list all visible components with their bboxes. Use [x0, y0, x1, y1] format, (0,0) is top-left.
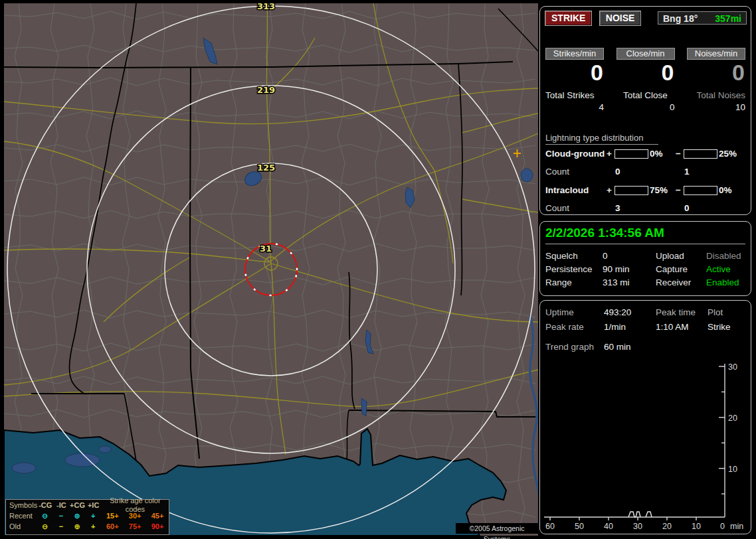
legend-header-row: Symbols -CG -IC +CG +IC Strike age color… [6, 500, 169, 510]
ic-minus-count: 0 [684, 203, 690, 213]
age-90: 90+ [146, 522, 169, 531]
plus-sign: + [607, 149, 612, 159]
ring-label-31: 31 [260, 244, 272, 254]
pos-ic-recent-icon: + [85, 512, 101, 520]
cg-plus-pct: 0% [650, 149, 663, 159]
distribution-title: Lightning type distribution [545, 133, 658, 145]
receiver-label: Receiver [656, 277, 691, 287]
trend-axes [544, 364, 725, 520]
pos-ic-old-icon: + [85, 522, 101, 531]
legend-symbols-title: Symbols [9, 501, 37, 510]
x-tick-20: 20 [662, 522, 672, 531]
legend-col-pos-cg: +CG [69, 501, 85, 510]
plot-value: Strike [708, 322, 731, 332]
ic-plus-bar [614, 186, 648, 195]
legend-col-neg-ic: -IC [53, 501, 69, 510]
pos-cg-recent-icon: ⊕ [69, 512, 85, 520]
capture-status: Active [706, 264, 731, 274]
persistence-label: Persistence [545, 264, 593, 274]
minus-sign: − [676, 149, 681, 159]
count-label: Count [545, 203, 569, 213]
intracloud-count-row: Count 3 0 [545, 203, 747, 213]
squelch-value: 0 [603, 251, 608, 261]
minus-sign: − [676, 185, 681, 195]
close-counter-column: Close/min 0 Total Close 0 [616, 48, 675, 112]
map-canvas: 313 219 125 31 [4, 3, 538, 536]
strike-mode-button[interactable]: STRIKE [545, 11, 592, 26]
intracloud-label: Intracloud [545, 185, 589, 195]
receiver-status: Enabled [706, 277, 739, 287]
trend-graph-row: Trend graph 60 min [545, 342, 748, 352]
ring-label-313: 313 [257, 3, 275, 11]
copyright-notice: ©2005 Astrogenic Systems [456, 523, 538, 534]
cg-minus-pct: 25% [719, 149, 737, 159]
age-30: 30+ [124, 512, 146, 520]
uptime-row: Uptime 493:20 Peak time Plot [545, 307, 748, 318]
range-value: 313 mi [603, 277, 630, 287]
trend-window-value: 60 min [604, 342, 631, 352]
legend-col-pos-ic: +IC [86, 501, 102, 510]
ring-label-125: 125 [257, 163, 275, 173]
cg-minus-bar [684, 149, 717, 159]
range-label: Range [545, 277, 572, 287]
legend-col-neg-cg: -CG [37, 501, 53, 510]
trend-graph-label: Trend graph [545, 342, 594, 352]
legend-recent-row: Recent ⊖ − ⊕ + 15+ 30+ 45+ [6, 510, 169, 521]
ic-plus-pct: 75% [650, 185, 668, 195]
peak-rate-row: Peak rate 1/min 1:10 AM Strike [545, 322, 748, 333]
close-per-min-value: 0 [616, 61, 675, 85]
close-per-min-badge: Close/min [616, 48, 675, 60]
lightning-map: 313 219 125 31 Symbols -CG -IC +CG +IC S… [4, 3, 538, 536]
cg-minus-count: 1 [684, 167, 690, 177]
upload-status: Disabled [706, 251, 741, 261]
status-row-2: Persistence 90 min Capture Active [545, 264, 748, 275]
age-45: 45+ [146, 512, 169, 520]
x-tick-10: 10 [692, 522, 701, 531]
mode-button-row: STRIKE NOISE Bng 18° 357mi [545, 11, 747, 26]
legend-old-row: Old ⊖ − ⊕ + 60+ 75+ 90+ [6, 521, 169, 532]
age-60: 60+ [101, 522, 124, 531]
total-close-value: 0 [616, 102, 675, 112]
uptime-label: Uptime [545, 307, 574, 317]
upload-label: Upload [656, 251, 684, 261]
cloud-ground-row: Cloud-ground + 0% − 25% [545, 149, 747, 159]
total-strikes-label: Total Strikes [545, 90, 604, 100]
bearing-range-value: 357mi [715, 12, 741, 24]
x-tick-40: 40 [604, 522, 613, 531]
datetime-display: 2/2/2026 1:34:56 AM [545, 226, 745, 244]
noises-per-min-badge: Noises/min [687, 48, 745, 60]
map-legend: Symbols -CG -IC +CG +IC Strike age color… [5, 499, 169, 535]
neg-cg-old-icon: ⊖ [37, 522, 53, 531]
ring-label-219: 219 [257, 85, 275, 95]
total-close-label: Total Close [616, 90, 675, 100]
trend-groupbox: Uptime 493:20 Peak time Plot Peak rate 1… [539, 300, 751, 534]
trend-axis-labels: 30 20 10 60 50 40 30 20 10 0 min [545, 362, 743, 531]
app-window: { "panel": { "strike_button": "STRIKE", … [0, 0, 756, 539]
strikes-per-min-badge: Strikes/min [545, 48, 604, 60]
x-tick-50: 50 [575, 522, 584, 531]
total-strikes-value: 4 [545, 102, 604, 112]
strikes-counter-column: Strikes/min 0 Total Strikes 4 [545, 48, 604, 112]
squelch-label: Squelch [545, 251, 578, 261]
cloud-ground-count-row: Count 0 1 [545, 167, 747, 177]
y-tick-20: 20 [728, 414, 737, 423]
pos-cg-old-icon: ⊕ [69, 522, 85, 531]
peak-rate-label: Peak rate [545, 322, 584, 332]
legend-recent-label: Recent [9, 512, 37, 520]
counter-columns: Strikes/min 0 Total Strikes 4 Close/min … [545, 48, 745, 112]
peak-time-label: Peak time [656, 307, 696, 317]
ic-minus-pct: 0% [719, 185, 732, 195]
status-row-3: Range 313 mi Receiver Enabled [545, 277, 748, 288]
strikes-per-min-value: 0 [545, 61, 604, 85]
bearing-indicator: Bng 18° 357mi [658, 11, 747, 25]
intracloud-row: Intracloud + 75% − 0% [545, 185, 747, 195]
neg-ic-recent-icon: − [53, 512, 69, 520]
cg-plus-bar [614, 149, 648, 159]
x-axis-unit: min [730, 522, 743, 531]
x-tick-30: 30 [633, 522, 642, 531]
noise-mode-button[interactable]: NOISE [599, 11, 642, 26]
trend-strike-trace [628, 512, 652, 517]
neg-cg-recent-icon: ⊖ [37, 512, 53, 520]
ic-minus-bar [684, 186, 717, 195]
peak-rate-value: 1/min [604, 322, 626, 332]
